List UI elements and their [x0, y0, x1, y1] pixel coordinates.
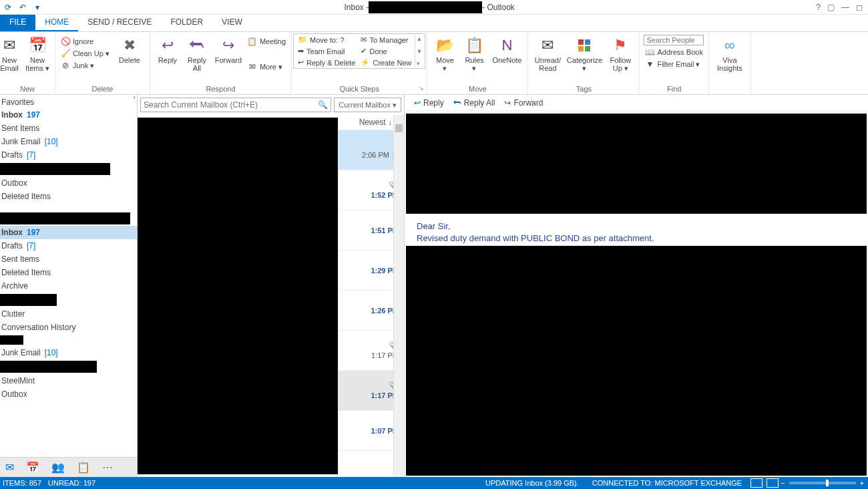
cleanup-button[interactable]: 🧹Clean Up ▾: [59, 48, 111, 59]
ribbon-options-icon[interactable]: ▢: [827, 3, 835, 12]
qs-to-manager[interactable]: ✉To Manager: [361, 35, 411, 44]
help-icon[interactable]: ?: [816, 3, 821, 12]
search-mailbox-box[interactable]: 🔍: [140, 98, 331, 112]
redacted-folder: [0, 361, 97, 373]
maximize-icon[interactable]: ◻: [856, 3, 863, 12]
view-reading-icon[interactable]: [767, 478, 779, 488]
zoom-slider[interactable]: [789, 482, 856, 484]
folder-item[interactable]: Outbox: [0, 176, 137, 190]
qs-launcher-icon[interactable]: ↘: [419, 85, 424, 92]
onenote-icon: N: [497, 36, 516, 55]
qat-customize-icon[interactable]: ▾: [32, 2, 43, 13]
qs-done[interactable]: ✔Done: [361, 47, 411, 55]
minimize-icon[interactable]: —: [841, 3, 849, 12]
zoom-in-icon[interactable]: +: [860, 479, 868, 487]
folder-item[interactable]: Junk Email [10]: [0, 135, 137, 148]
move-button[interactable]: 📂 Move ▾: [431, 33, 458, 72]
unread-read-button[interactable]: ✉ Unread/ Read: [532, 33, 563, 72]
reply-button[interactable]: ↩ Reply: [154, 33, 181, 64]
nav-more-icon[interactable]: ⋯: [102, 461, 113, 474]
meeting-button[interactable]: 📋Meeting: [246, 36, 287, 47]
followup-button[interactable]: ⚑ Follow Up ▾: [606, 33, 635, 72]
tab-send-receive[interactable]: SEND / RECEIVE: [78, 15, 161, 31]
redacted-message-body: [406, 246, 867, 476]
qat-undo-icon[interactable]: ↶: [17, 2, 28, 13]
svg-rect-0: [578, 39, 584, 45]
redacted-folder: [0, 335, 23, 345]
reading-reply-button[interactable]: ↩Reply: [414, 98, 444, 108]
address-book-button[interactable]: 📖Address Book: [644, 47, 704, 57]
new-items-button[interactable]: 📅 New Items ▾: [24, 33, 51, 72]
group-move: 📂 Move ▾ 📋 Rules ▾ N OneNote Move: [427, 32, 528, 94]
group-respond: ↩ Reply ⮪ Reply All ↪ Forward 📋Meeting ✉…: [150, 32, 292, 94]
viva-insights-button[interactable]: ∞ Viva Insights: [713, 33, 746, 72]
search-icon[interactable]: 🔍: [318, 100, 328, 110]
delete-icon: ✖: [120, 36, 139, 55]
delete-button[interactable]: ✖ Delete: [114, 33, 146, 64]
folder-item[interactable]: Inbox 197: [0, 108, 137, 122]
reading-reply-all-button[interactable]: ⮪Reply All: [453, 98, 495, 108]
search-people-input[interactable]: [644, 35, 704, 45]
folder-item[interactable]: Junk Email [10]: [0, 346, 137, 359]
forward-icon: ↪: [219, 36, 238, 55]
reply-all-button[interactable]: ⮪ Reply All: [184, 33, 210, 72]
filter-email-button[interactable]: ▼Filter Email ▾: [644, 59, 704, 69]
zoom-out-icon[interactable]: −: [781, 479, 785, 487]
tab-file[interactable]: FILE: [0, 15, 35, 31]
qs-up-icon[interactable]: ▲: [417, 35, 423, 42]
addressbook-icon: 📖: [645, 47, 654, 57]
tab-view[interactable]: VIEW: [212, 15, 252, 31]
categorize-button[interactable]: Categorize ▾: [566, 33, 603, 72]
folder-item[interactable]: Deleted Items: [0, 266, 137, 279]
qs-move-to[interactable]: 📁Move to: ?: [298, 35, 355, 44]
more-respond-button[interactable]: ✉More ▾: [246, 61, 287, 72]
collapse-folder-pane-icon[interactable]: ‹: [134, 94, 136, 101]
folder-item[interactable]: Sent Items: [0, 253, 137, 266]
folder-item[interactable]: Sent Items: [0, 122, 137, 135]
qs-reply-delete[interactable]: ↩Reply & Delete: [298, 58, 355, 67]
folder-item[interactable]: Outbox: [0, 387, 137, 401]
manager-icon: ✉: [361, 35, 367, 44]
move-folder-icon: 📂: [435, 36, 454, 55]
nav-calendar-icon[interactable]: 📅: [26, 461, 39, 474]
qs-expand-icon[interactable]: ▾: [417, 60, 423, 67]
rules-button[interactable]: 📋 Rules ▾: [461, 33, 487, 72]
view-normal-icon[interactable]: [750, 478, 763, 488]
ignore-icon: 🚫: [61, 37, 70, 46]
tab-home[interactable]: HOME: [35, 15, 78, 31]
group-find: 📖Address Book ▼Filter Email ▾ Find: [640, 32, 708, 94]
folder-item[interactable]: Drafts [7]: [0, 239, 137, 253]
qs-create-new[interactable]: ⚡Create New: [361, 58, 411, 67]
folder-item[interactable]: Archive: [0, 279, 137, 293]
folder-item[interactable]: Conversation History: [0, 321, 137, 334]
nav-people-icon[interactable]: 👥: [51, 461, 65, 474]
folder-item[interactable]: Clutter: [0, 307, 137, 321]
junk-button[interactable]: ⊘Junk ▾: [59, 60, 111, 71]
folder-item[interactable]: Deleted Items: [0, 190, 137, 203]
onenote-button[interactable]: N OneNote: [490, 33, 523, 64]
favorites-header[interactable]: Favorites: [0, 95, 137, 108]
group-label-find: Find: [644, 85, 704, 94]
qat-send-receive-icon[interactable]: ⟳: [3, 2, 13, 13]
new-email-button[interactable]: ✉ New Email: [0, 33, 21, 72]
check-icon: ✔: [361, 47, 367, 55]
search-scope-dropdown[interactable]: Current Mailbox ▾: [334, 98, 401, 112]
main-area: ‹ Favorites Inbox 197Sent ItemsJunk Emai…: [0, 95, 868, 477]
reading-toolbar: ↩Reply ⮪Reply All ↪Forward: [405, 95, 868, 111]
folder-item[interactable]: SteelMint: [0, 374, 137, 387]
reply-all-icon: ⮪: [453, 98, 461, 108]
reading-forward-button[interactable]: ↪Forward: [504, 98, 543, 108]
ignore-button[interactable]: 🚫Ignore: [59, 36, 111, 47]
group-quicksteps: 📁Move to: ? ➡Team Email ↩Reply & Delete …: [292, 32, 427, 94]
search-mailbox-input[interactable]: [144, 100, 318, 110]
nav-mail-icon[interactable]: ✉: [5, 461, 14, 474]
folder-item[interactable]: Drafts [7]: [0, 148, 137, 162]
quick-access-toolbar: ⟳ ↶ ▾: [0, 2, 43, 13]
qs-team-email[interactable]: ➡Team Email: [298, 47, 355, 55]
forward-button[interactable]: ↪ Forward: [213, 33, 244, 64]
list-scrollbar[interactable]: [393, 115, 404, 477]
folder-item[interactable]: Inbox 197: [0, 226, 137, 239]
nav-tasks-icon[interactable]: 📋: [77, 461, 90, 474]
tab-folder[interactable]: FOLDER: [161, 15, 212, 31]
qs-down-icon[interactable]: ▼: [417, 48, 423, 55]
